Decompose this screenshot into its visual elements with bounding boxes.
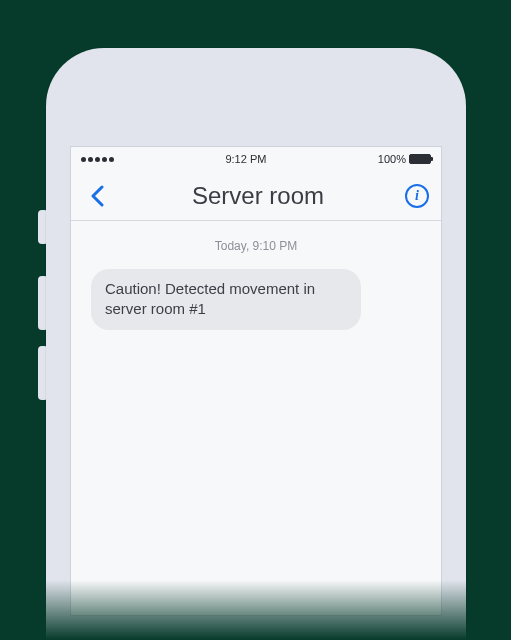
status-bar: 9:12 PM 100% [71,147,441,171]
info-icon: i [415,188,419,204]
screen: 9:12 PM 100% Server room i Today, 9:10 P… [70,146,442,616]
page-title: Server room [192,182,324,210]
back-button[interactable] [83,182,111,210]
battery-indicator: 100% [378,153,431,165]
battery-percent: 100% [378,153,406,165]
nav-bar: Server room i [71,171,441,221]
message-bubble[interactable]: Caution! Detected movement in server roo… [91,269,361,330]
signal-dots-icon [81,157,114,162]
message-row: Caution! Detected movement in server roo… [71,269,441,330]
timestamp: Today, 9:10 PM [71,239,441,253]
info-button[interactable]: i [405,184,429,208]
battery-icon [409,154,431,164]
conversation: Today, 9:10 PM Caution! Detected movemen… [71,221,441,330]
message-text: Caution! Detected movement in server roo… [105,280,315,317]
status-time: 9:12 PM [225,153,266,165]
chevron-left-icon [90,185,104,207]
